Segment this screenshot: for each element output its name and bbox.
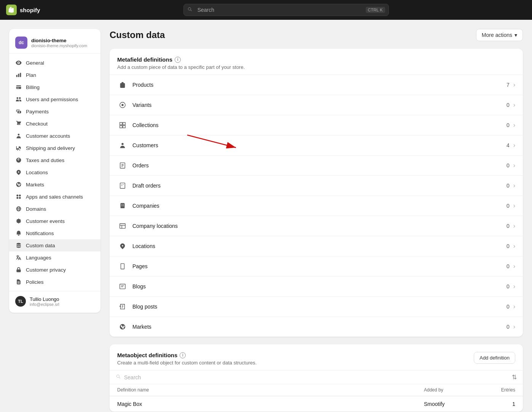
search-bar[interactable]: CTRLK (183, 4, 389, 16)
metafield-count-draft-orders: 0 (507, 183, 510, 189)
chevron-right-icon: › (513, 283, 515, 290)
metafield-label-locations: Locations (132, 243, 507, 249)
metafield-label-pages: Pages (132, 263, 507, 269)
chevron-right-icon: › (513, 81, 515, 88)
sidebar-item-checkout[interactable]: Checkout (9, 118, 100, 130)
pages-icon (117, 261, 128, 272)
page-header: Custom data More actions ▾ (110, 29, 523, 41)
sidebar-footer: TL Tullio Luongo info@eclipse.srl (9, 291, 100, 308)
sidebar-item-languages[interactable]: Languages (9, 251, 100, 264)
more-actions-button[interactable]: More actions ▾ (476, 29, 523, 41)
metafield-card-header: Metafield definitions i Add a custom pie… (110, 49, 523, 75)
chevron-right-icon: › (513, 162, 515, 169)
metafield-item-pages[interactable]: Pages 0 › (110, 256, 523, 276)
metafield-count-blog-posts: 0 (507, 304, 510, 310)
sidebar-label-billing: Billing (26, 84, 40, 90)
metaobject-table-header: Definition name Added by Entries (110, 384, 523, 396)
sidebar-item-policies[interactable]: Policies (9, 276, 100, 288)
sidebar-item-customer-accounts[interactable]: Customer accounts (9, 130, 100, 142)
metafield-item-company-locations[interactable]: Company locations 0 › (110, 216, 523, 236)
companies-icon (117, 200, 128, 211)
markets-meta-icon (117, 321, 128, 332)
metafield-info-icon[interactable]: i (175, 57, 181, 63)
sidebar-item-plan[interactable]: Plan (9, 69, 100, 81)
sidebar-item-taxes[interactable]: Taxes and duties (9, 154, 100, 166)
metaobject-info-icon[interactable]: i (180, 352, 186, 358)
shopify-logo[interactable]: shopify (6, 5, 40, 15)
sort-icon[interactable]: ⇅ (512, 374, 517, 381)
shipping-icon (15, 145, 22, 151)
languages-icon (15, 254, 22, 261)
metafield-item-customers[interactable]: Customers 4 › (110, 135, 523, 155)
markets-icon (15, 181, 22, 188)
chevron-right-icon: › (513, 223, 515, 229)
top-navigation: shopify CTRLK (0, 0, 532, 20)
metaobject-table-row[interactable]: Magic Box Smootify 1 (110, 396, 523, 412)
svg-rect-5 (123, 126, 125, 128)
sidebar-label-customer-privacy: Customer privacy (26, 267, 66, 273)
sidebar-item-custom-data[interactable]: Custom data (9, 239, 100, 251)
sidebar-item-notifications[interactable]: Notifications (9, 227, 100, 239)
sidebar-label-taxes: Taxes and duties (26, 157, 64, 163)
metafield-item-blogs[interactable]: Blogs 0 › (110, 276, 523, 296)
metafield-item-orders[interactable]: Orders 0 › (110, 155, 523, 175)
user-email: info@eclipse.srl (30, 302, 94, 307)
metafield-label-blogs: Blogs (132, 283, 507, 290)
customer-accounts-icon (15, 132, 22, 139)
row-entries: 1 (485, 401, 515, 407)
sidebar-item-customer-events[interactable]: Customer events (9, 215, 100, 227)
sidebar-item-general[interactable]: General (9, 57, 100, 69)
main-content: Custom data More actions ▾ Metafield def… (110, 29, 523, 412)
user-avatar: TL (15, 296, 26, 307)
sidebar-item-shipping[interactable]: Shipping and delivery (9, 142, 100, 154)
chevron-right-icon: › (513, 202, 515, 209)
sidebar-item-domains[interactable]: Domains (9, 203, 100, 215)
metafield-label-company-locations: Company locations (132, 223, 507, 229)
sidebar-label-customer-events: Customer events (26, 218, 65, 224)
svg-rect-10 (120, 183, 125, 188)
metafield-item-markets[interactable]: Markets 0 › (110, 317, 523, 337)
metafield-item-variants[interactable]: Variants 0 › (110, 95, 523, 115)
sidebar-label-users: Users and permissions (26, 97, 78, 102)
locations-meta-icon (117, 241, 128, 251)
sidebar-item-customer-privacy[interactable]: Customer privacy (9, 264, 100, 276)
notifications-icon (15, 230, 22, 237)
add-definition-button[interactable]: Add definition (474, 352, 515, 364)
store-header[interactable]: dc dionisio-theme dionisio-theme.myshopi… (9, 33, 100, 54)
metafield-label-products: Products (132, 82, 507, 88)
sidebar-card: dc dionisio-theme dionisio-theme.myshopi… (9, 29, 100, 313)
search-input[interactable] (183, 4, 389, 16)
blog-posts-icon (117, 301, 128, 312)
sidebar-label-checkout: Checkout (26, 121, 48, 127)
chevron-right-icon: › (513, 122, 515, 129)
metaobject-search-input[interactable] (124, 374, 509, 380)
chevron-right-icon: › (513, 102, 515, 108)
sidebar-item-payments[interactable]: Payments (9, 105, 100, 118)
metafield-count-variants: 0 (507, 102, 510, 108)
metafield-item-collections[interactable]: Collections 0 › (110, 115, 523, 135)
chevron-down-icon: ▾ (514, 32, 517, 38)
sidebar-item-billing[interactable]: Billing (9, 81, 100, 93)
sidebar-item-markets[interactable]: Markets (9, 178, 100, 191)
metafield-item-companies[interactable]: Companies 0 › (110, 196, 523, 216)
svg-rect-11 (120, 224, 125, 229)
user-info: Tullio Luongo info@eclipse.srl (30, 296, 94, 307)
metafield-label-customers: Customers (132, 142, 507, 148)
metafield-label-markets: Markets (132, 324, 507, 330)
sidebar-item-apps[interactable]: Apps and sales channels (9, 191, 100, 203)
sidebar-item-locations[interactable]: Locations (9, 166, 100, 178)
metafield-item-draft-orders[interactable]: Draft orders 0 › (110, 175, 523, 196)
checkout-icon (15, 120, 22, 127)
metafield-item-products[interactable]: Products 7 › (110, 75, 523, 95)
sidebar-label-customer-accounts: Customer accounts (26, 133, 70, 139)
sidebar: dc dionisio-theme dionisio-theme.myshopi… (9, 29, 100, 412)
metafield-item-blog-posts[interactable]: Blog posts 0 › (110, 296, 523, 317)
store-url: dionisio-theme.myshopify.com (31, 43, 94, 48)
apps-icon (15, 193, 22, 200)
sidebar-label-markets: Markets (26, 182, 44, 188)
metaobject-header-text: Metaobject definitions i Create a multi-… (117, 352, 256, 366)
metafield-item-locations[interactable]: Locations 0 › (110, 236, 523, 256)
payments-icon (15, 108, 22, 115)
column-header-added-by: Added by (424, 387, 485, 393)
sidebar-item-users[interactable]: Users and permissions (9, 93, 100, 105)
